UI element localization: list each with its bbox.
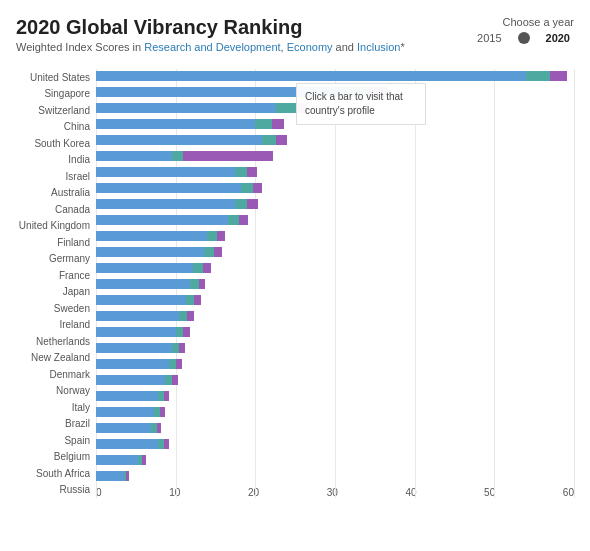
bar-blue	[96, 263, 193, 273]
y-label: New Zealand	[16, 351, 96, 365]
bar-purple	[550, 71, 567, 81]
y-label: Italy	[16, 400, 96, 414]
bar-purple	[272, 119, 284, 129]
bar-row[interactable]	[96, 101, 574, 115]
bar-row[interactable]	[96, 197, 574, 211]
bar-row[interactable]	[96, 165, 574, 179]
bar-purple	[199, 279, 206, 289]
bar-blue	[96, 103, 276, 113]
bar-row[interactable]	[96, 453, 574, 467]
bar-purple	[187, 311, 194, 321]
bar-blue	[96, 359, 169, 369]
bar-teal	[235, 199, 247, 209]
bar-row[interactable]	[96, 85, 574, 99]
bar-row[interactable]	[96, 389, 574, 403]
bar-row[interactable]	[96, 133, 574, 147]
bar-purple	[157, 423, 161, 433]
bar-teal	[526, 71, 551, 81]
bar-row[interactable]	[96, 373, 574, 387]
bar-blue	[96, 407, 154, 417]
bar-row[interactable]	[96, 421, 574, 435]
bar-teal	[204, 247, 214, 257]
y-label: United States	[16, 70, 96, 84]
bar-row[interactable]	[96, 149, 574, 163]
y-label: South Africa	[16, 466, 96, 480]
bar-row[interactable]	[96, 293, 574, 307]
y-label: Germany	[16, 252, 96, 266]
bar-row[interactable]	[96, 245, 574, 259]
bar-purple	[164, 391, 170, 401]
bar-row[interactable]	[96, 261, 574, 275]
bar-teal	[345, 87, 367, 97]
y-label: Israel	[16, 169, 96, 183]
research-link[interactable]: Research and Development	[144, 41, 280, 53]
bar-teal	[276, 103, 295, 113]
bar-row[interactable]	[96, 357, 574, 371]
bar-row[interactable]	[96, 325, 574, 339]
x-axis-label: 20	[248, 487, 259, 498]
bar-row[interactable]	[96, 181, 574, 195]
bar-row[interactable]	[96, 213, 574, 227]
bar-purple	[247, 199, 258, 209]
year-2015-button[interactable]: 2015	[473, 30, 505, 46]
y-label: Switzerland	[16, 103, 96, 117]
y-label: Finland	[16, 235, 96, 249]
bar-teal	[262, 135, 276, 145]
bar-blue	[96, 215, 228, 225]
bar-blue	[96, 167, 235, 177]
inclusion-link[interactable]: Inclusion	[357, 41, 400, 53]
bar-blue	[96, 135, 262, 145]
bar-row[interactable]	[96, 229, 574, 243]
bar-purple	[164, 439, 170, 449]
bar-row[interactable]	[96, 69, 574, 83]
y-label: Japan	[16, 285, 96, 299]
bar-purple	[253, 183, 263, 193]
bar-teal	[190, 279, 198, 289]
bar-teal	[169, 359, 176, 369]
bar-row[interactable]	[96, 117, 574, 131]
bar-blue	[96, 87, 345, 97]
bar-teal	[241, 183, 252, 193]
bar-row[interactable]	[96, 405, 574, 419]
y-label: South Korea	[16, 136, 96, 150]
bar-blue	[96, 391, 158, 401]
y-label: Australia	[16, 186, 96, 200]
bar-purple	[142, 455, 146, 465]
bar-row[interactable]	[96, 437, 574, 451]
bar-purple	[368, 87, 387, 97]
bar-blue	[96, 183, 241, 193]
y-label: Netherlands	[16, 334, 96, 348]
bar-blue	[96, 199, 235, 209]
bar-blue	[96, 311, 179, 321]
bar-blue	[96, 279, 190, 289]
bar-teal	[165, 375, 172, 385]
bar-row[interactable]	[96, 277, 574, 291]
subtitle: Weighted Index Scores in Research and De…	[16, 41, 405, 53]
bar-purple	[247, 167, 257, 177]
bar-teal	[186, 295, 194, 305]
y-label: Singapore	[16, 87, 96, 101]
y-label: Sweden	[16, 301, 96, 315]
bar-purple	[203, 263, 211, 273]
bar-purple	[172, 375, 178, 385]
y-label: Spain	[16, 433, 96, 447]
bar-blue	[96, 375, 165, 385]
x-axis-label: 30	[327, 487, 338, 498]
bar-teal	[228, 215, 239, 225]
economy-link[interactable]: Economy	[287, 41, 333, 53]
bars-container: Click a bar to visit that country's prof…	[96, 69, 574, 498]
y-label: Norway	[16, 384, 96, 398]
bar-teal	[176, 327, 183, 337]
bar-row[interactable]	[96, 469, 574, 483]
bar-blue	[96, 295, 186, 305]
bar-teal	[179, 311, 187, 321]
bar-teal	[172, 343, 179, 353]
bar-blue	[96, 327, 176, 337]
bar-purple	[179, 343, 185, 353]
bar-row[interactable]	[96, 341, 574, 355]
bar-row[interactable]	[96, 309, 574, 323]
year-selector: Choose a year 2015 2020	[473, 16, 574, 46]
page-title: 2020 Global Vibrancy Ranking	[16, 16, 405, 39]
year-2020-button[interactable]: 2020	[542, 30, 574, 46]
y-label: India	[16, 153, 96, 167]
